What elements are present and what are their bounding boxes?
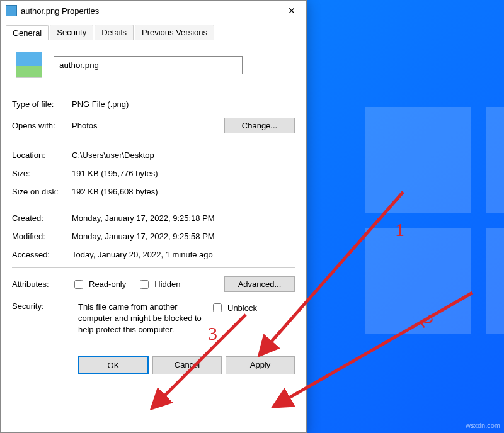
unblock-label: Unblock xyxy=(227,303,257,313)
readonly-checkbox[interactable]: Read-only xyxy=(72,278,126,291)
titlebar: author.png Properties ✕ xyxy=(1,1,306,21)
advanced-button[interactable]: Advanced... xyxy=(224,276,295,292)
tab-previous-versions[interactable]: Previous Versions xyxy=(135,25,214,40)
created-label: Created: xyxy=(12,213,72,223)
window-title: author.png Properties xyxy=(21,6,277,16)
apply-button[interactable]: Apply xyxy=(226,356,295,374)
close-button[interactable]: ✕ xyxy=(277,1,306,20)
tab-security[interactable]: Security xyxy=(50,25,93,40)
tab-general[interactable]: General xyxy=(6,25,49,40)
file-thumbnail xyxy=(16,52,42,78)
cancel-button[interactable]: Cancel xyxy=(152,356,222,374)
created-value: Monday, January 17, 2022, 9:25:18 PM xyxy=(72,213,295,223)
unblock-checkbox[interactable]: Unblock xyxy=(210,301,257,314)
size-on-disk-label: Size on disk: xyxy=(12,187,72,196)
windows-logo xyxy=(365,107,504,334)
accessed-value: Today, January 20, 2022, 1 minute ago xyxy=(72,250,295,259)
tab-content: Type of file: PNG File (.png) Opens with… xyxy=(1,40,306,380)
location-value: C:\Users\user\Desktop xyxy=(72,150,295,160)
file-icon xyxy=(6,5,17,16)
change-button[interactable]: Change... xyxy=(224,118,295,133)
properties-window: author.png Properties ✕ General Security… xyxy=(0,0,307,433)
ok-button[interactable]: OK xyxy=(78,356,149,374)
security-text: This file came from another computer and… xyxy=(78,301,204,336)
size-label: Size: xyxy=(12,169,72,178)
size-on-disk-value: 192 KB (196,608 bytes) xyxy=(72,187,295,196)
tabstrip: General Security Details Previous Versio… xyxy=(1,21,306,40)
hidden-checkbox[interactable]: Hidden xyxy=(137,278,180,291)
watermark: wsxdn.com xyxy=(466,422,500,429)
opens-with-label: Opens with: xyxy=(12,121,72,130)
accessed-label: Accessed: xyxy=(12,250,72,259)
close-icon: ✕ xyxy=(288,6,295,16)
opens-with-value: Photos xyxy=(72,121,97,130)
size-value: 191 KB (195,776 bytes) xyxy=(72,169,295,178)
tab-details[interactable]: Details xyxy=(94,25,134,40)
type-label: Type of file: xyxy=(12,99,72,109)
filename-input[interactable] xyxy=(54,56,243,74)
security-label: Security: xyxy=(12,301,72,336)
hidden-label: Hidden xyxy=(154,279,180,289)
desktop-background: author.png Properties ✕ General Security… xyxy=(0,0,504,433)
dialog-buttons: OK Cancel Apply xyxy=(12,351,295,374)
type-value: PNG File (.png) xyxy=(72,99,295,109)
modified-label: Modified: xyxy=(12,232,72,241)
modified-value: Monday, January 17, 2022, 9:25:58 PM xyxy=(72,232,295,241)
location-label: Location: xyxy=(12,150,72,160)
readonly-label: Read-only xyxy=(89,279,126,289)
attributes-label: Attributes: xyxy=(12,279,72,289)
